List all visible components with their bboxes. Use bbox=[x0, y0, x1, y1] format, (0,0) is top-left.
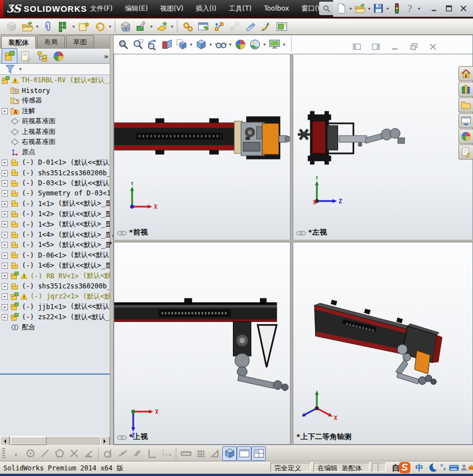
expand-icon[interactable]: + bbox=[2, 304, 8, 310]
menu-0[interactable]: 文件(F) bbox=[84, 1, 119, 17]
viewport-top[interactable]: XZ *上视 bbox=[114, 242, 291, 445]
zoom-fit-button[interactable] bbox=[116, 37, 130, 52]
expand-icon[interactable]: + bbox=[2, 221, 8, 227]
snap-polygon-button[interactable] bbox=[52, 446, 67, 461]
zoom-area-button[interactable] bbox=[130, 37, 145, 52]
expand-icon[interactable]: + bbox=[2, 160, 8, 166]
file-explorer-button[interactable] bbox=[458, 97, 473, 113]
snap-tri-button[interactable] bbox=[208, 446, 222, 461]
tree-item-19[interactable]: +(-) RB RV<1>(默认<默认 bbox=[0, 270, 110, 281]
expand-icon[interactable]: + bbox=[2, 242, 8, 248]
smart-fasteners-button[interactable] bbox=[76, 18, 92, 34]
tree-item-6[interactable]: 右视基准面 bbox=[0, 137, 110, 147]
tree-item-24[interactable]: 配合 bbox=[0, 322, 110, 332]
display-style-dropdown-arrow[interactable]: ▾ bbox=[208, 42, 213, 47]
menu-1[interactable]: 编辑(E) bbox=[119, 1, 154, 17]
menu-5[interactable]: Toolbox bbox=[257, 1, 295, 16]
component-pattern-dropdown-arrow[interactable]: ▾ bbox=[71, 24, 76, 29]
viewport-vertical-splitter[interactable] bbox=[291, 54, 293, 445]
view-orientation-dropdown-arrow[interactable]: ▾ bbox=[189, 42, 194, 47]
viewport-quad-button[interactable] bbox=[251, 446, 266, 461]
ime-user-icon[interactable] bbox=[460, 463, 468, 473]
dock-right-button[interactable] bbox=[368, 39, 383, 54]
expand-icon[interactable]: + bbox=[2, 253, 8, 259]
custom-properties-button[interactable] bbox=[458, 144, 473, 160]
panel-more-chevron[interactable]: » bbox=[104, 52, 109, 60]
view-settings-button[interactable] bbox=[267, 37, 282, 52]
view-orientation-button[interactable] bbox=[174, 37, 189, 52]
viewport-single-button[interactable] bbox=[237, 446, 251, 461]
interference-button[interactable] bbox=[242, 18, 258, 34]
command-tab-1[interactable]: 布局 bbox=[37, 35, 65, 49]
tree-item-14[interactable]: +(-) 1<3>(默认<<默认>_显示 bbox=[0, 219, 110, 229]
toolbar-grip[interactable] bbox=[2, 448, 5, 459]
mate-button[interactable] bbox=[40, 18, 55, 34]
tw-restore-button[interactable] bbox=[443, 2, 455, 15]
appearances-button[interactable] bbox=[458, 129, 473, 144]
tree-item-9[interactable]: +(-) shs351c2ss360200b_m6f0 bbox=[0, 168, 110, 178]
snap-ruler-button[interactable] bbox=[179, 446, 193, 461]
save-dropdown-arrow[interactable]: ▾ bbox=[385, 6, 390, 11]
expand-icon[interactable]: + bbox=[2, 201, 8, 207]
move-component-button[interactable] bbox=[92, 18, 107, 34]
curvature-button[interactable] bbox=[258, 18, 274, 34]
section-view-button[interactable] bbox=[160, 37, 174, 52]
snap-intersect-button[interactable] bbox=[67, 446, 81, 461]
fm-display-button[interactable] bbox=[50, 48, 66, 64]
snap-dots-button[interactable] bbox=[159, 446, 174, 461]
expand-icon[interactable]: + bbox=[2, 108, 8, 114]
tree-horizontal-scrollbar[interactable] bbox=[0, 436, 110, 445]
win-restore-button[interactable] bbox=[406, 39, 422, 54]
open-button[interactable] bbox=[354, 2, 366, 15]
fm-config-button[interactable] bbox=[34, 48, 50, 64]
menu-2[interactable]: 视图(V) bbox=[154, 1, 190, 17]
snap-line-button[interactable] bbox=[38, 446, 52, 461]
expand-icon[interactable]: + bbox=[2, 232, 8, 238]
scrollbar-thumb[interactable] bbox=[11, 437, 46, 445]
viewport-front[interactable]: YX *前视 bbox=[114, 54, 291, 240]
help-button[interactable]: ? bbox=[404, 2, 416, 15]
tree-item-15[interactable]: +(-) 1<4>(默认<<默认>_显示 bbox=[0, 230, 110, 240]
tree-item-22[interactable]: +(-) jjb1<1>(默认<<默认>_显 bbox=[0, 302, 110, 312]
component-pattern-button[interactable] bbox=[55, 18, 71, 34]
tree-item-11[interactable]: +(-) Symmetry of D-03<1>(默 bbox=[0, 188, 110, 198]
tree-item-10[interactable]: +(-) D-03<1>(默认<<默认>_显 bbox=[0, 178, 110, 188]
shaded-cube-button[interactable] bbox=[222, 446, 237, 461]
view-palette-button[interactable] bbox=[458, 113, 473, 128]
tree-item-7[interactable]: 原点 bbox=[0, 147, 110, 157]
ime-punctuation-toggle[interactable]: °, bbox=[440, 463, 446, 471]
exploded-view-button[interactable] bbox=[211, 18, 227, 34]
save-button[interactable] bbox=[372, 2, 385, 15]
help-dropdown-arrow[interactable]: ▾ bbox=[416, 6, 422, 11]
tree-item-1[interactable]: History bbox=[0, 85, 110, 95]
expand-icon[interactable]: + bbox=[2, 211, 8, 217]
apply-scene-dropdown-arrow[interactable]: ▾ bbox=[262, 42, 267, 47]
design-library-button[interactable] bbox=[458, 82, 473, 97]
expand-icon[interactable]: + bbox=[2, 170, 8, 176]
snap-parallel-button[interactable] bbox=[130, 446, 144, 461]
open-dropdown-arrow[interactable]: ▾ bbox=[367, 6, 372, 11]
viewport-dimetric[interactable]: YXZ *上下二等角轴测 bbox=[293, 242, 473, 445]
scroll-left-button[interactable] bbox=[0, 436, 10, 446]
tw-close-button[interactable] bbox=[457, 2, 470, 15]
snap-mid-button[interactable] bbox=[115, 446, 130, 461]
assembly-features-button[interactable] bbox=[133, 18, 149, 34]
tree-item-3[interactable]: +A注解 bbox=[0, 106, 110, 116]
tree-item-20[interactable]: +(-) shs351c2ss360200b_m6f0 bbox=[0, 281, 110, 291]
hide-show-dropdown-arrow[interactable]: ▾ bbox=[228, 42, 233, 47]
snap-perp-button[interactable] bbox=[144, 446, 159, 461]
display-style-button[interactable] bbox=[194, 37, 208, 52]
motion-study-button[interactable] bbox=[180, 18, 195, 34]
edit-appearance-button[interactable] bbox=[233, 37, 247, 52]
ime-toolbox-icon[interactable] bbox=[468, 463, 473, 473]
bom-button[interactable] bbox=[195, 18, 211, 34]
home-button[interactable] bbox=[458, 66, 473, 81]
expand-icon[interactable]: + bbox=[2, 273, 8, 279]
hide-show-button[interactable] bbox=[213, 37, 228, 52]
fm-property-button[interactable] bbox=[18, 48, 34, 64]
snap-point-button[interactable] bbox=[8, 446, 23, 461]
show-hidden-button[interactable] bbox=[118, 18, 133, 34]
reference-geometry-dropdown-arrow[interactable]: ▾ bbox=[170, 24, 175, 29]
tree-item-2[interactable]: 传感器 bbox=[0, 96, 110, 106]
ime-moon-icon[interactable] bbox=[428, 463, 438, 473]
